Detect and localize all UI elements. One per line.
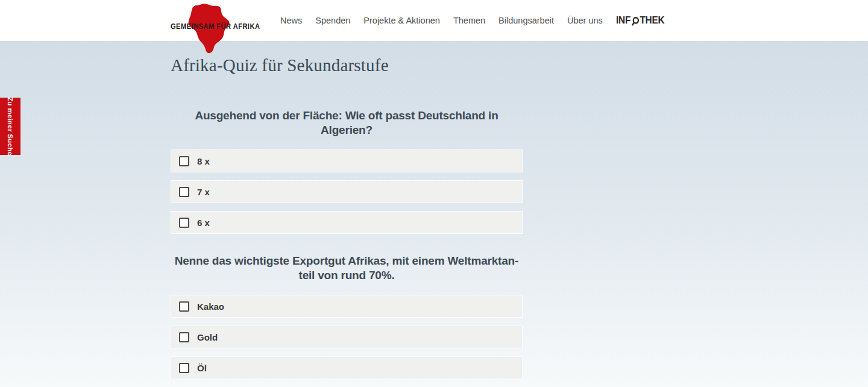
- page-title: Afrika-Quiz für Sekundarstufe: [171, 55, 389, 75]
- option-label: 6 x: [197, 218, 210, 228]
- nav-item-news[interactable]: News: [280, 16, 302, 25]
- checkbox-icon[interactable]: [179, 156, 189, 166]
- question-1-text: Ausgehend von der Fläche: Wie oft passt …: [171, 109, 523, 137]
- question-2-options: Kakao Gold Öl: [171, 295, 523, 387]
- option-row-oel[interactable]: Öl: [171, 356, 523, 379]
- option-row-kakao[interactable]: Kakao: [171, 295, 523, 318]
- main-nav: News Spenden Projekte & Aktionen Themen …: [280, 0, 670, 41]
- nav-item-projekte-aktionen[interactable]: Projekte & Aktionen: [363, 16, 440, 25]
- magnifier-icon: [631, 16, 640, 27]
- option-row-gold[interactable]: Gold: [171, 326, 523, 348]
- nav-item-ueber-uns[interactable]: Über uns: [567, 16, 603, 25]
- nav-item-bildungsarbeit[interactable]: Bildungsarbeit: [498, 16, 554, 25]
- site-logo[interactable]: GEMEINSAM FÜR AFRIKA: [171, 0, 261, 54]
- option-label: 7 x: [197, 187, 210, 197]
- option-label: 8 x: [197, 156, 210, 166]
- option-row-6x[interactable]: 6 x: [171, 211, 523, 234]
- question-2-text: Nenne das wichtigste Exportgut Afrikas, …: [171, 254, 523, 283]
- checkbox-icon[interactable]: [179, 363, 189, 373]
- search-side-tab-label: Zu meiner Suche: [7, 97, 14, 156]
- infothek-text-pre: INF: [616, 14, 631, 27]
- option-row-7x[interactable]: 7 x: [171, 180, 523, 203]
- option-label: Öl: [197, 363, 207, 373]
- search-side-tab[interactable]: Zu meiner Suche: [0, 98, 20, 155]
- header: GEMEINSAM FÜR AFRIKA News Spenden Projek…: [0, 0, 868, 41]
- checkbox-icon[interactable]: [179, 332, 189, 342]
- page: GEMEINSAM FÜR AFRIKA News Spenden Projek…: [0, 0, 868, 387]
- infothek-text-post: THEK: [640, 14, 664, 27]
- option-label: Gold: [197, 332, 218, 342]
- option-label: Kakao: [197, 301, 224, 312]
- checkbox-icon[interactable]: [179, 301, 189, 312]
- checkbox-icon[interactable]: [179, 187, 189, 197]
- checkbox-icon[interactable]: [179, 218, 189, 228]
- nav-item-themen[interactable]: Themen: [453, 16, 485, 25]
- option-row-8x[interactable]: 8 x: [171, 149, 523, 172]
- nav-item-infothek[interactable]: INF THEK: [616, 14, 664, 27]
- question-1-options: 8 x 7 x 6 x: [171, 149, 523, 242]
- content-area: Afrika-Quiz für Sekundarstufe Ausgehend …: [0, 41, 868, 387]
- nav-item-spenden[interactable]: Spenden: [315, 16, 350, 25]
- logo-wordmark: GEMEINSAM FÜR AFRIKA: [171, 22, 260, 31]
